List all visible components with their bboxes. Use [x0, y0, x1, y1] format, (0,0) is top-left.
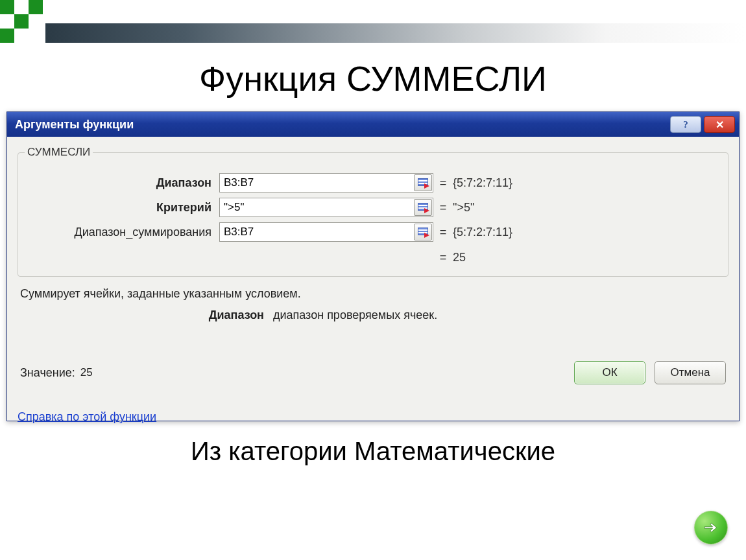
sum-range-ref-button[interactable]	[414, 224, 432, 240]
value-label: Значение:	[20, 366, 75, 380]
bottom-caption: Из категории Математические	[0, 437, 746, 466]
arg-row-sum-range: Диапазон_суммирования = {5:7:2:7:11}	[25, 222, 721, 242]
help-link[interactable]: Справка по этой функции	[18, 410, 156, 424]
arg-label: Диапазон_суммирования	[25, 226, 219, 239]
overall-result: 25	[453, 251, 466, 264]
arg-result: {5:7:2:7:11}	[453, 176, 512, 190]
arg-row-range: Диапазон = {5:7:2:7:11}	[25, 173, 721, 192]
ref-icon	[418, 203, 428, 212]
criteria-ref-button[interactable]	[414, 199, 432, 216]
function-fieldset: СУММЕСЛИ Диапазон = {5:7:2:7:11} Критери…	[18, 146, 728, 277]
equals-sign: =	[433, 176, 453, 190]
page-title: Функция СУММЕСЛИ	[0, 58, 746, 99]
function-description: Суммирует ячейки, заданные указанным усл…	[20, 287, 726, 301]
criteria-input[interactable]	[220, 198, 413, 216]
slide-decoration	[0, 0, 746, 47]
dialog-titlebar: Аргументы функции ? ✕	[7, 112, 739, 137]
param-name: Диапазон	[20, 309, 273, 322]
function-name: СУММЕСЛИ	[25, 146, 93, 159]
param-text: диапазон проверяемых ячеек.	[273, 309, 437, 322]
range-ref-button[interactable]	[414, 174, 432, 191]
titlebar-help-button[interactable]: ?	[670, 116, 701, 133]
arg-label: Диапазон	[25, 176, 219, 190]
close-icon: ✕	[716, 119, 724, 131]
dialog-footer: Значение: 25 ОК Отмена	[18, 361, 728, 384]
ok-button[interactable]: ОК	[574, 361, 645, 384]
value-result: 25	[80, 366, 93, 379]
dialog-body: СУММЕСЛИ Диапазон = {5:7:2:7:11} Критери…	[7, 137, 739, 421]
arg-result: ">5"	[453, 201, 474, 215]
equals-sign: =	[433, 201, 453, 215]
arg-result: {5:7:2:7:11}	[453, 226, 512, 239]
range-input[interactable]	[220, 174, 413, 192]
next-slide-button[interactable]	[694, 511, 728, 544]
dialog-title: Аргументы функции	[15, 118, 134, 132]
function-arguments-dialog: Аргументы функции ? ✕ СУММЕСЛИ Диапазон …	[6, 111, 740, 421]
equals-sign: =	[433, 226, 453, 239]
arrow-right-icon	[701, 518, 721, 537]
overall-result-row: = 25	[25, 251, 721, 264]
titlebar-close-button[interactable]: ✕	[704, 116, 735, 133]
arg-label: Критерий	[25, 201, 219, 215]
help-icon: ?	[683, 119, 688, 130]
ref-icon	[418, 178, 428, 187]
sum-range-input[interactable]	[220, 223, 413, 241]
cancel-button[interactable]: Отмена	[655, 361, 726, 384]
arg-input-wrap	[219, 222, 433, 242]
param-description: Диапазон диапазон проверяемых ячеек.	[20, 309, 726, 322]
arg-input-wrap	[219, 198, 433, 217]
arg-row-criteria: Критерий = ">5"	[25, 198, 721, 217]
arg-input-wrap	[219, 173, 433, 192]
ref-icon	[418, 228, 428, 237]
